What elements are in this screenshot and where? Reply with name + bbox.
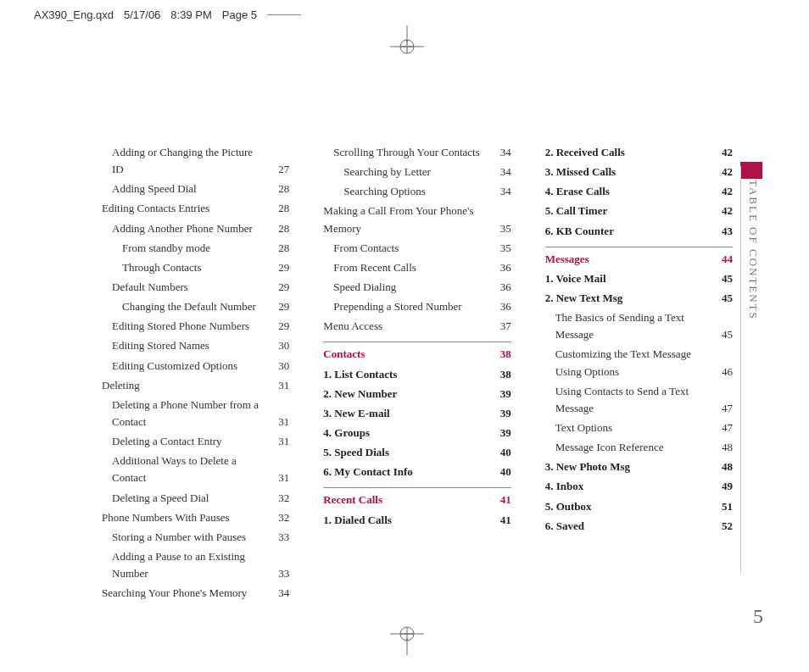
toc-entry: 4. Inbox49 <box>545 478 733 495</box>
file-name: AX390_Eng.qxd <box>34 8 114 21</box>
toc-label: Adding Speed Dial <box>112 180 269 197</box>
toc-label: From Recent Calls <box>333 259 490 276</box>
toc-page: 44 <box>712 251 733 268</box>
toc-entry: From standby mode28 <box>102 240 289 257</box>
toc-page: 33 <box>269 565 289 582</box>
toc-page: 40 <box>491 444 511 461</box>
toc-label: Menu Access <box>323 318 490 335</box>
toc-page: 41 <box>491 492 511 508</box>
toc-label: 3. Missed Calls <box>545 164 712 180</box>
toc-entry: 4. Groups39 <box>323 425 511 442</box>
toc-label: 6. Saved <box>545 518 712 535</box>
toc-page: 38 <box>491 366 511 383</box>
toc-label: Speed Dialing <box>333 279 490 296</box>
toc-entry: Prepending a Stored Number36 <box>323 298 511 315</box>
toc-page: 31 <box>269 469 289 486</box>
side-tab-block <box>740 162 762 179</box>
toc-entry: 5. Call Timer42 <box>545 203 733 219</box>
toc-entry: 5. Speed Dials40 <box>323 444 511 461</box>
toc-entry: Adding Speed Dial28 <box>102 180 289 197</box>
toc-entry: 4. Erase Calls42 <box>545 183 733 200</box>
toc-page: 48 <box>712 458 733 475</box>
toc-entry: Scrolling Through Your Contacts34 <box>323 144 511 161</box>
toc-page: 32 <box>269 490 289 507</box>
toc-page: 39 <box>491 425 511 442</box>
toc-label: Messages <box>545 251 712 268</box>
side-tab-label: TABLE OF CONTENTS <box>746 180 760 320</box>
toc-page: 34 <box>491 164 511 180</box>
toc-page: 31 <box>269 414 289 430</box>
toc-label: 2. New Number <box>323 386 490 403</box>
toc-entry: 6. My Contact Info40 <box>323 464 511 480</box>
toc-label: Changing the Default Number <box>122 298 269 315</box>
toc-label: Adding or Changing the Picture ID <box>112 144 269 178</box>
toc-label: Default Numbers <box>112 279 269 296</box>
toc-label: 1. List Contacts <box>323 366 490 383</box>
toc-entry: From Contacts35 <box>323 240 511 257</box>
toc-entry: Recent Calls41 <box>323 487 511 508</box>
file-date: 5/17/06 <box>124 8 160 21</box>
toc-entry: Menu Access37 <box>323 318 511 335</box>
toc-label: 4. Groups <box>323 425 490 442</box>
toc-entry: Message Icon Reference48 <box>545 439 733 456</box>
toc-page: 42 <box>712 183 733 200</box>
toc-column-3: 2. Received Calls423. Missed Calls424. E… <box>545 144 733 604</box>
toc-entry: Searching Options34 <box>323 183 511 200</box>
toc-entry: Phone Numbers With Pauses32 <box>102 509 289 526</box>
page-number: 5 <box>753 605 763 628</box>
toc-label: Editing Customized Options <box>112 358 269 375</box>
toc-label: Searching Options <box>343 183 490 200</box>
toc-entry: Through Contacts29 <box>102 259 289 276</box>
toc-label: Text Options <box>555 419 712 436</box>
file-page: Page 5 <box>222 8 257 21</box>
toc-page: 34 <box>491 144 511 161</box>
toc-page: 33 <box>269 529 289 546</box>
toc-page: 35 <box>491 220 511 237</box>
toc-page: 36 <box>491 298 511 315</box>
toc-page: 42 <box>712 144 733 161</box>
toc-page: 47 <box>712 400 733 417</box>
toc-entry: Storing a Number with Pauses33 <box>102 529 289 546</box>
crop-mark-top <box>386 25 428 68</box>
toc-label: From standby mode <box>122 240 269 257</box>
toc-page: 51 <box>712 498 733 515</box>
toc-label: Editing Contacts Entries <box>102 200 269 217</box>
toc-page: 29 <box>269 259 289 276</box>
toc-label: 3. New Photo Msg <box>545 458 712 475</box>
toc-entry: Editing Customized Options30 <box>102 358 289 375</box>
toc-page: 34 <box>491 183 511 200</box>
toc-entry: Editing Stored Phone Numbers29 <box>102 318 289 335</box>
toc-page: 34 <box>269 585 289 602</box>
toc-entry: Text Options47 <box>545 419 733 436</box>
toc-label: 6. KB Counter <box>545 223 712 240</box>
toc-entry: 3. Missed Calls42 <box>545 164 733 180</box>
toc-page: 35 <box>491 240 511 257</box>
toc-page: 40 <box>491 464 511 480</box>
toc-entry: Searching Your Phone's Memory34 <box>102 585 289 602</box>
side-divider <box>740 166 741 573</box>
toc-label: 5. Speed Dials <box>323 444 490 461</box>
toc-entry: From Recent Calls36 <box>323 259 511 276</box>
toc-label: Making a Call From Your Phone's Memory <box>323 203 490 236</box>
toc-page: 52 <box>712 518 733 535</box>
toc-entry: Deleting a Phone Number from a Contact31 <box>102 397 289 430</box>
toc-label: Phone Numbers With Pauses <box>102 509 269 526</box>
toc-label: Recent Calls <box>323 492 490 508</box>
toc-column-1: Adding or Changing the Picture ID27Addin… <box>102 144 289 604</box>
toc-entry: The Basics of Sending a Text Message45 <box>545 309 733 343</box>
toc-label: 4. Inbox <box>545 478 712 495</box>
toc-entry: 1. List Contacts38 <box>323 366 511 383</box>
toc-page: 28 <box>269 220 289 237</box>
toc-label: 2. Received Calls <box>545 144 712 161</box>
header-rule <box>267 14 301 15</box>
toc-label: Deleting a Speed Dial <box>112 490 269 507</box>
toc-label: From Contacts <box>333 240 490 257</box>
toc-label: Adding a Pause to an Existing Number <box>112 548 269 582</box>
toc-entry: 3. New Photo Msg48 <box>545 458 733 475</box>
toc-page: 30 <box>269 358 289 375</box>
toc-page: 29 <box>269 279 289 296</box>
toc-label: 4. Erase Calls <box>545 183 712 200</box>
toc-page: 45 <box>712 326 733 343</box>
toc-entry: Speed Dialing36 <box>323 279 511 296</box>
toc-page: 42 <box>712 203 733 219</box>
